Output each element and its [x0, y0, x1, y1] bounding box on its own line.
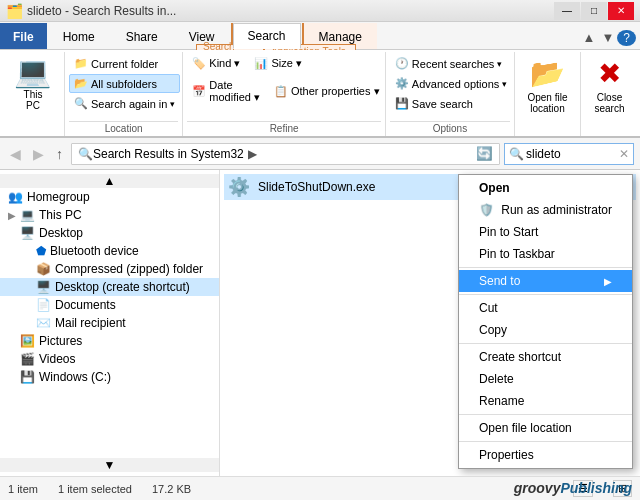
sidebar-item-bluetooth[interactable]: ⬟ Bluetooth device [0, 242, 219, 260]
all-subfolders-button[interactable]: 📂 All subfolders [69, 74, 180, 93]
subfolders-icon: 📂 [74, 77, 88, 90]
view-tiles-button[interactable]: ⊞ [613, 480, 632, 497]
search-again-arrow: ▾ [170, 99, 175, 109]
this-pc-button[interactable]: 💻 This PC [6, 54, 60, 114]
address-bar[interactable]: 🔍 Search Results in System32 ▶ 🔄 [71, 143, 500, 165]
sidebar-item-documents[interactable]: 📄 Documents [0, 296, 219, 314]
tab-file[interactable]: File [0, 23, 47, 49]
desktop-shortcut-icon: 🖥️ [36, 280, 51, 294]
ctx-run-as-admin[interactable]: 🛡️ Run as administrator [459, 199, 632, 221]
ctx-rename[interactable]: Rename [459, 390, 632, 412]
save-icon: 💾 [395, 97, 409, 110]
minimize-button[interactable]: — [554, 2, 580, 20]
window-title: slideto - Search Results in... [27, 4, 554, 18]
kind-button[interactable]: 🏷️ Kind ▾ [187, 54, 245, 73]
search-box[interactable]: 🔍 ✕ [504, 143, 634, 165]
title-bar: 🗂️ slideto - Search Results in... — □ ✕ [0, 0, 640, 22]
ctx-open[interactable]: Open [459, 177, 632, 199]
sidebar-scroll-down[interactable]: ▼ [0, 458, 219, 472]
compressed-icon: 📦 [36, 262, 51, 276]
ribbon-group-location: 📁 Current folder 📂 All subfolders 🔍 Sear… [65, 52, 183, 136]
forward-button[interactable]: ▶ [29, 144, 48, 164]
ribbon-nav-up[interactable]: ▲ [580, 29, 599, 46]
recent-icon: 🕐 [395, 57, 409, 70]
search-again-button[interactable]: 🔍 Search again in ▾ [69, 94, 180, 113]
recent-searches-button[interactable]: 🕐 Recent searches ▾ [390, 54, 512, 73]
main-area: ▲ 👥 Homegroup ▶ 💻 This PC 🖥️ Desktop ⬟ B… [0, 170, 640, 476]
sidebar-item-videos[interactable]: 🎬 Videos [0, 350, 219, 368]
open-file-location-button[interactable]: 📂 Open file location [519, 54, 576, 117]
item-count: 1 item [8, 483, 38, 495]
tab-search[interactable]: Search [233, 23, 301, 49]
open-location-label: Open file location [527, 92, 567, 114]
kind-icon: 🏷️ [192, 57, 206, 70]
sidebar-item-desktop[interactable]: 🖥️ Desktop [0, 224, 219, 242]
ribbon-nav-down[interactable]: ▼ [598, 29, 617, 46]
properties-icon: 📋 [274, 85, 288, 98]
desktop-icon: 🖥️ [20, 226, 35, 240]
refresh-button[interactable]: 🔄 [476, 146, 493, 161]
videos-icon: 🎬 [20, 352, 35, 366]
ctx-cut[interactable]: Cut [459, 297, 632, 319]
ctx-send-to[interactable]: Send to ▶ [459, 270, 632, 292]
expand-icon: ▶ [8, 210, 16, 221]
ctx-sep-3 [459, 343, 632, 344]
window-controls: — □ ✕ [554, 2, 634, 20]
other-properties-button[interactable]: 📋 Other properties ▾ [269, 76, 385, 107]
sidebar-item-this-pc[interactable]: ▶ 💻 This PC [0, 206, 219, 224]
clear-search-button[interactable]: ✕ [619, 147, 629, 161]
address-arrow: ▶ [248, 147, 257, 161]
size-button[interactable]: 📊 Size ▾ [249, 54, 306, 73]
current-folder-button[interactable]: 📁 Current folder [69, 54, 180, 73]
save-search-button[interactable]: 💾 Save search [390, 94, 512, 113]
ctx-delete[interactable]: Delete [459, 368, 632, 390]
back-button[interactable]: ◀ [6, 144, 25, 164]
advanced-options-button[interactable]: ⚙️ Advanced options ▾ [390, 74, 512, 93]
sidebar-item-mail[interactable]: ✉️ Mail recipient [0, 314, 219, 332]
location-label: Location [69, 121, 178, 134]
windows-c-icon: 💾 [20, 370, 35, 384]
tab-home[interactable]: Home [48, 23, 110, 49]
ctx-copy[interactable]: Copy [459, 319, 632, 341]
file-size-status: 17.2 KB [152, 483, 191, 495]
sidebar-item-pictures[interactable]: 🖼️ Pictures [0, 332, 219, 350]
ctx-sep-5 [459, 441, 632, 442]
up-button[interactable]: ↑ [52, 144, 67, 164]
date-icon: 📅 [192, 85, 206, 98]
help-button[interactable]: ? [617, 30, 636, 46]
ribbon-group-this-pc: 💻 This PC [2, 52, 65, 136]
documents-icon: 📄 [36, 298, 51, 312]
sidebar: ▲ 👥 Homegroup ▶ 💻 This PC 🖥️ Desktop ⬟ B… [0, 170, 220, 476]
search-input[interactable] [526, 147, 619, 161]
size-icon: 📊 [254, 57, 268, 70]
ctx-create-shortcut[interactable]: Create shortcut [459, 346, 632, 368]
ribbon-group-refine: 🏷️ Kind ▾ 📊 Size ▾ 📅 Date modified ▾ 📋 [183, 52, 386, 136]
ctx-open-file-location[interactable]: Open file location [459, 417, 632, 439]
refine-label: Refine [187, 121, 381, 134]
date-modified-button[interactable]: 📅 Date modified ▾ [187, 76, 265, 107]
sidebar-scroll-up[interactable]: ▲ [0, 174, 219, 188]
sidebar-item-desktop-shortcut[interactable]: 🖥️ Desktop (create shortcut) [0, 278, 219, 296]
ctx-sep-1 [459, 267, 632, 268]
sidebar-item-windows-c[interactable]: 💾 Windows (C:) [0, 368, 219, 386]
file-list[interactable]: ⚙️ SlideToShutDown.exe Size: 17.2 KB Ope… [220, 170, 640, 476]
app-icon: 🗂️ [6, 3, 23, 19]
tab-share[interactable]: Share [111, 23, 173, 49]
nav-bar: ◀ ▶ ↑ 🔍 Search Results in System32 ▶ 🔄 🔍… [0, 138, 640, 170]
ctx-properties[interactable]: Properties [459, 444, 632, 466]
admin-icon: 🛡️ [479, 203, 494, 217]
sidebar-item-homegroup[interactable]: 👥 Homegroup [0, 188, 219, 206]
close-search-button[interactable]: ✖ Close search [584, 54, 634, 117]
ribbon: 💻 This PC 📁 Current folder 📂 All subfold… [0, 50, 640, 138]
maximize-button[interactable]: □ [581, 2, 607, 20]
search-icon: 🔍 [509, 147, 524, 161]
close-button[interactable]: ✕ [608, 2, 634, 20]
context-menu: Open 🛡️ Run as administrator Pin to Star… [458, 174, 633, 469]
ctx-pin-to-taskbar[interactable]: Pin to Taskbar [459, 243, 632, 265]
ribbon-group-open-location: 📂 Open file location [515, 52, 581, 136]
ctx-sep-2 [459, 294, 632, 295]
sidebar-item-compressed[interactable]: 📦 Compressed (zipped) folder [0, 260, 219, 278]
ctx-pin-to-start[interactable]: Pin to Start [459, 221, 632, 243]
view-mode-button[interactable]: ☰ [573, 480, 593, 497]
advanced-icon: ⚙️ [395, 77, 409, 90]
